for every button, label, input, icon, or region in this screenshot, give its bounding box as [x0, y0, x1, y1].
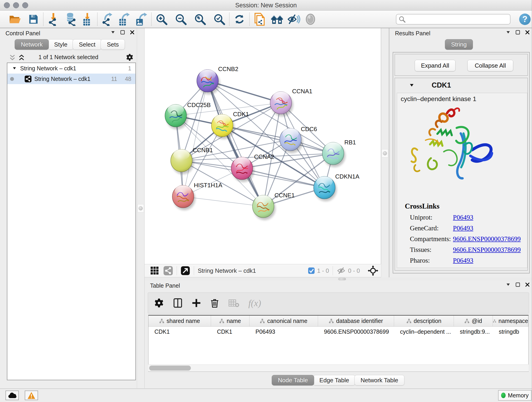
network-options-gear-icon[interactable] [126, 53, 133, 61]
show-columns-icon[interactable] [173, 298, 183, 308]
edge-CCNA2-CDKN1A[interactable] [242, 168, 324, 188]
selected-checkbox-icon[interactable] [308, 267, 315, 274]
save-session-button[interactable] [27, 13, 40, 26]
memory-button[interactable]: Memory [498, 390, 532, 401]
network-share-icon[interactable] [163, 266, 173, 275]
table-cell[interactable]: 9606.ENSP00000378699 [318, 327, 394, 337]
column-header-namespace[interactable]: namespace [493, 316, 528, 326]
hidden-eye-icon[interactable] [336, 267, 346, 275]
column-header-database-identifier[interactable]: database identifier [318, 316, 394, 326]
column-header-name[interactable]: name [211, 316, 249, 326]
tab-network-table[interactable]: Network Table [355, 375, 404, 385]
crosslink-link[interactable]: 9606.ENSP00000378699 [453, 235, 521, 243]
tab-network[interactable]: Network [15, 39, 49, 50]
panel-close-icon[interactable] [525, 30, 530, 35]
delete-column-icon[interactable] [210, 298, 220, 308]
refresh-layout-button[interactable] [233, 13, 246, 26]
network-collection-row[interactable]: String Network – cdk1 1 [7, 63, 135, 74]
right-splitter-handle[interactable] [382, 149, 388, 157]
node-CCNA1[interactable] [270, 92, 293, 116]
node-RB1[interactable] [322, 142, 345, 167]
search-input[interactable] [405, 16, 504, 23]
left-splitter[interactable] [137, 28, 145, 388]
node-HIST1H1A[interactable] [172, 185, 195, 210]
panel-menu-icon[interactable] [506, 282, 510, 287]
detach-view-icon[interactable] [181, 266, 190, 275]
import-table-file-button[interactable] [81, 13, 94, 26]
column-header-@id[interactable]: @id [454, 316, 493, 326]
node-CDKN1A[interactable] [314, 177, 336, 201]
node-CDC25B[interactable] [165, 104, 188, 129]
panel-close-icon[interactable] [525, 282, 530, 287]
home-networks-button[interactable] [270, 13, 284, 26]
column-header-canonical-name[interactable]: canonical name [249, 316, 318, 326]
column-header-shared-name[interactable]: shared name [148, 316, 211, 326]
network-row[interactable]: String Network – cdk1 11 48 [7, 74, 135, 84]
zoom-fit-button[interactable] [193, 13, 207, 26]
help-button[interactable]: ? [519, 13, 531, 25]
crosslink-link[interactable]: P06493 [453, 257, 473, 264]
network-view[interactable]: CCNB2CCNA1CDC25BCDK1CDC6RB1CCNB1CCNA2CDK… [145, 28, 381, 264]
hide-glass-button[interactable] [287, 13, 301, 26]
panel-float-icon[interactable] [515, 30, 520, 35]
tab-string[interactable]: String [445, 39, 473, 50]
table-cell[interactable]: cyclin–dependent ... [394, 327, 454, 337]
horizontal-splitter[interactable] [145, 277, 532, 281]
tab-sets[interactable]: Sets [101, 39, 125, 50]
panel-menu-icon[interactable] [506, 30, 510, 35]
table-cell[interactable]: CDK1 [148, 327, 211, 337]
export-image-button[interactable] [135, 13, 148, 26]
zoom-in-button[interactable] [155, 13, 168, 26]
table-row[interactable]: CDK1CDK1P064939606.ENSP00000378699cyclin… [148, 327, 528, 337]
tab-style[interactable]: Style [48, 39, 74, 50]
export-network-button[interactable] [101, 13, 114, 26]
open-session-button[interactable] [8, 13, 22, 26]
table-settings-gear-icon[interactable] [154, 298, 164, 308]
protein-header[interactable]: CDK1 [395, 78, 527, 92]
collection-expand-icon[interactable] [12, 66, 17, 70]
node-label-CDC25B: CDC25B [187, 102, 211, 108]
edge-CCNB2-HIST1H1A[interactable] [183, 81, 208, 197]
tab-node-table[interactable]: Node Table [272, 375, 314, 385]
expand-all-button[interactable]: Expand All [415, 60, 456, 71]
table-hscrollbar[interactable] [148, 364, 529, 371]
node-CCNA2[interactable] [231, 157, 254, 182]
collapse-all-button[interactable]: Collapse All [467, 60, 513, 71]
crosslink-link[interactable]: P06493 [453, 224, 473, 232]
panel-menu-icon[interactable] [111, 30, 115, 35]
zoom-selected-button[interactable] [213, 13, 226, 26]
splitter-pill[interactable] [338, 278, 346, 280]
export-table-button[interactable] [118, 13, 131, 26]
table-cell[interactable]: P06493 [249, 327, 318, 337]
panel-float-icon[interactable] [120, 30, 125, 35]
network-graph[interactable]: CCNB2CCNA1CDC25BCDK1CDC6RB1CCNB1CCNA2CDK… [145, 28, 381, 264]
table-cell[interactable]: stringdb:9... [454, 327, 493, 337]
pan-crosshair-icon[interactable] [368, 265, 378, 276]
tab-select[interactable]: Select [73, 39, 101, 50]
node-CCNB2[interactable] [197, 70, 220, 95]
crosslink-link[interactable]: 9606.ENSP00000378699 [453, 246, 521, 254]
add-column-icon[interactable] [191, 298, 201, 308]
crosslink-link[interactable]: P06493 [453, 214, 473, 221]
node-table[interactable]: shared namenamecanonical namedatabase id… [148, 315, 529, 372]
panel-close-icon[interactable] [130, 30, 134, 35]
import-network-database-button[interactable] [64, 13, 77, 26]
zoom-out-button[interactable] [174, 13, 187, 26]
tab-edge-table[interactable]: Edge Table [313, 375, 355, 385]
column-header-description[interactable]: description [394, 316, 454, 326]
left-splitter-handle[interactable] [138, 204, 144, 212]
node-CCNE1[interactable] [253, 195, 275, 220]
table-cell[interactable]: stringdb [493, 327, 528, 337]
node-CDC6[interactable] [280, 128, 303, 153]
import-network-file-button[interactable] [47, 13, 60, 26]
protein-collapse-icon[interactable] [409, 83, 414, 88]
node-CDK1[interactable] [211, 114, 234, 139]
string-import-button[interactable] [253, 13, 266, 26]
show-sphere-button[interactable] [304, 13, 317, 26]
panel-float-icon[interactable] [515, 282, 520, 287]
hscroll-thumb[interactable] [149, 366, 191, 370]
cloud-status-button[interactable] [6, 390, 19, 400]
warnings-button[interactable] [25, 390, 38, 400]
birds-eye-view-icon[interactable] [150, 266, 159, 275]
table-cell[interactable]: CDK1 [211, 327, 249, 337]
